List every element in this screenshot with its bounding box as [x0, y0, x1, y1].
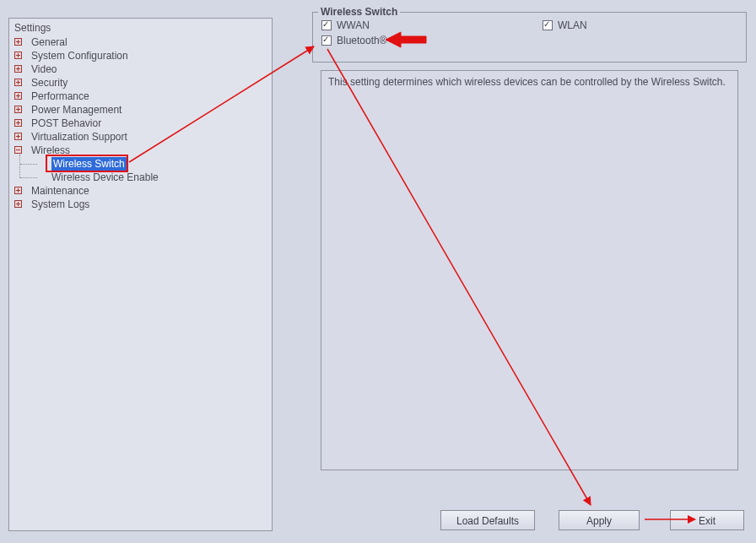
expand-icon[interactable]	[14, 52, 22, 59]
tree-item-system-configuration[interactable]: System Configuration	[31, 49, 128, 62]
wlan-checkbox[interactable]	[543, 20, 553, 30]
tree-item-wireless-switch[interactable]: Wireless Switch	[51, 157, 127, 171]
settings-tree-title: Settings	[13, 22, 272, 35]
tree-item-virtualization-support[interactable]: Virtualization Support	[31, 130, 127, 144]
tree-item-maintenance[interactable]: Maintenance	[31, 184, 89, 198]
expand-icon[interactable]	[14, 133, 22, 140]
expand-icon[interactable]	[14, 200, 22, 208]
fieldset-legend: Wireless Switch	[318, 6, 400, 18]
collapse-icon[interactable]	[14, 146, 22, 154]
tree-item-performance[interactable]: Performance	[31, 90, 89, 103]
settings-tree-panel: Settings General System Configuration Vi…	[8, 18, 273, 531]
tree-item-wireless-device-enable[interactable]: Wireless Device Enable	[51, 171, 159, 184]
tree-item-general[interactable]: General	[31, 35, 68, 49]
exit-button[interactable]: Exit	[670, 510, 744, 530]
wlan-checkbox-label: WLAN	[558, 19, 587, 31]
bluetooth-checkbox[interactable]	[321, 35, 332, 46]
expand-icon[interactable]	[14, 106, 22, 113]
wwan-checkbox[interactable]	[321, 20, 332, 30]
expand-icon[interactable]	[14, 187, 22, 194]
bluetooth-checkbox-label: Bluetooth®	[337, 35, 387, 46]
tree-item-post-behavior[interactable]: POST Behavior	[31, 117, 101, 130]
tree-item-video[interactable]: Video	[31, 62, 57, 76]
tree-item-security[interactable]: Security	[31, 76, 68, 90]
apply-button[interactable]: Apply	[559, 510, 640, 530]
expand-icon[interactable]	[14, 38, 22, 46]
tree-item-wireless[interactable]: Wireless	[31, 144, 70, 157]
expand-icon[interactable]	[14, 92, 22, 100]
description-box: This setting determines which wireless d…	[321, 70, 738, 470]
tree-item-system-logs[interactable]: System Logs	[31, 198, 89, 211]
wwan-checkbox-label: WWAN	[337, 19, 370, 31]
description-text: This setting determines which wireless d…	[328, 76, 726, 88]
expand-icon[interactable]	[14, 119, 22, 127]
load-defaults-button[interactable]: Load Defaults	[440, 510, 535, 530]
wireless-switch-fieldset: Wireless Switch WWAN WLAN Bluetooth®	[312, 12, 747, 62]
tree-item-power-management[interactable]: Power Management	[31, 103, 122, 117]
expand-icon[interactable]	[14, 65, 22, 73]
expand-icon[interactable]	[14, 79, 22, 86]
